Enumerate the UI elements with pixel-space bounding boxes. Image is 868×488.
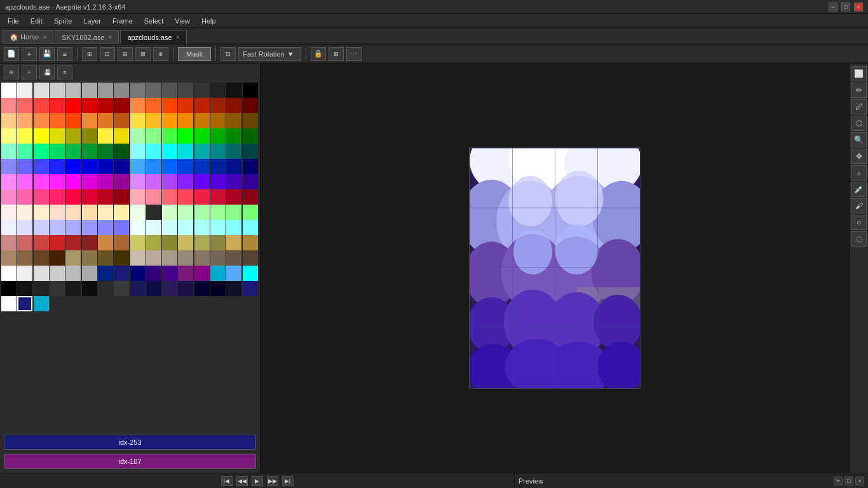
palette-cell-103[interactable] <box>114 174 129 189</box>
palette-cell-74[interactable] <box>162 144 177 159</box>
palette-cell-18[interactable] <box>34 98 49 113</box>
tool-smudge[interactable]: ◌ <box>851 231 867 247</box>
palette-cell-140[interactable] <box>194 205 210 220</box>
play-next[interactable]: ▶▶ <box>267 476 278 486</box>
tool-extra[interactable]: ⊡ <box>220 47 236 61</box>
play-play[interactable]: ▶ <box>252 476 263 486</box>
palette-cell-102[interactable] <box>98 174 113 189</box>
palette-cell-116[interactable] <box>65 189 81 205</box>
palette-cell-129[interactable] <box>17 205 32 220</box>
palette-cell-97[interactable] <box>17 174 32 189</box>
sprite-canvas[interactable] <box>469 147 641 389</box>
palette-cell-12[interactable] <box>194 83 210 98</box>
palette-cell-14[interactable] <box>226 83 241 98</box>
palette-cell-83[interactable] <box>50 159 65 174</box>
palette-cell-25[interactable] <box>146 98 161 113</box>
palette-cell-114[interactable] <box>34 189 49 205</box>
play-prev[interactable]: ◀◀ <box>236 476 248 486</box>
palette-cell-60[interactable] <box>194 128 210 144</box>
palette-cell-190[interactable] <box>226 250 241 266</box>
palette-cell-191[interactable] <box>243 250 258 266</box>
palette-cell-182[interactable] <box>98 250 113 266</box>
palette-cell-40[interactable] <box>130 113 146 128</box>
palette-cell-47[interactable] <box>243 113 258 128</box>
palette-cell-32[interactable] <box>1 113 17 128</box>
palette-cell-13[interactable] <box>210 83 226 98</box>
rotation-selector[interactable]: Fast Rotation ▼ <box>238 47 301 61</box>
palette-cell-127[interactable] <box>243 189 258 205</box>
palette-cell-76[interactable] <box>194 144 210 159</box>
palette-cell-31[interactable] <box>243 98 258 113</box>
palette-cell-149[interactable] <box>82 220 97 235</box>
palette-cell-37[interactable] <box>82 113 97 128</box>
palette-cell-161[interactable] <box>17 235 32 250</box>
palette-cell-105[interactable] <box>146 174 161 189</box>
palette-cell-46[interactable] <box>226 113 241 128</box>
palette-cell-36[interactable] <box>65 113 81 128</box>
palette-cell-195[interactable] <box>50 266 65 281</box>
tab-home-close[interactable]: × <box>43 34 46 41</box>
menu-view[interactable]: View <box>170 16 195 26</box>
palette-cell-158[interactable] <box>226 220 241 235</box>
palette-cell-15[interactable] <box>243 83 258 98</box>
palette-cell-184[interactable] <box>130 250 146 266</box>
palette-cell-207[interactable] <box>243 266 258 281</box>
palette-cell-143[interactable] <box>243 205 258 220</box>
palette-cell-5[interactable] <box>82 83 97 98</box>
palette-cell-208[interactable] <box>1 281 17 296</box>
palette-cell-217[interactable] <box>146 281 161 296</box>
palette-cell-23[interactable] <box>114 98 129 113</box>
palette-cell-0[interactable] <box>1 83 17 98</box>
preview-expand[interactable]: + <box>834 477 843 485</box>
tool-pencil[interactable]: ✏ <box>851 83 867 98</box>
palette-cell-80[interactable] <box>1 159 17 174</box>
tool-select-rect[interactable]: ⬜ <box>851 66 867 81</box>
tool-add[interactable]: + <box>22 47 37 61</box>
palette-cell-66[interactable] <box>34 144 49 159</box>
palette-cell-26[interactable] <box>162 98 177 113</box>
tab-sky1002[interactable]: SKY1002.ase × <box>55 30 119 44</box>
palette-cell-205[interactable] <box>210 266 226 281</box>
palette-cell-109[interactable] <box>210 174 226 189</box>
palette-cell-48[interactable] <box>1 128 17 144</box>
palette-cell-117[interactable] <box>82 189 97 205</box>
palette-cell-92[interactable] <box>194 159 210 174</box>
palette-cell-176[interactable] <box>1 250 17 266</box>
palette-cell-124[interactable] <box>194 189 210 205</box>
palette-cell-183[interactable] <box>114 250 129 266</box>
palette-cell-173[interactable] <box>210 235 226 250</box>
menu-file[interactable]: File <box>3 16 24 26</box>
palette-cell-91[interactable] <box>178 159 193 174</box>
palette-tool-1[interactable]: ⊕ <box>4 65 19 79</box>
palette-cell-166[interactable] <box>98 235 113 250</box>
tool-fill[interactable]: ⬦ <box>851 165 867 180</box>
palette-cell-39[interactable] <box>114 113 129 128</box>
palette-cell-125[interactable] <box>210 189 226 205</box>
play-first[interactable]: |◀ <box>221 476 233 486</box>
palette-cell-154[interactable] <box>162 220 177 235</box>
palette-cell-164[interactable] <box>65 235 81 250</box>
palette-cell-189[interactable] <box>210 250 226 266</box>
palette-cell-4[interactable] <box>65 83 81 98</box>
palette-cell-88[interactable] <box>130 159 146 174</box>
palette-cell-77[interactable] <box>210 144 226 159</box>
palette-cell-174[interactable] <box>226 235 241 250</box>
palette-cell-58[interactable] <box>162 128 177 144</box>
palette-cell-196[interactable] <box>65 266 81 281</box>
palette-cell-43[interactable] <box>178 113 193 128</box>
palette-cell-138[interactable] <box>162 205 177 220</box>
tool-eraser[interactable]: ⬡ <box>851 116 867 131</box>
palette-cell-75[interactable] <box>178 144 193 159</box>
palette-cell-221[interactable] <box>210 281 226 296</box>
palette-cell-223[interactable] <box>243 281 258 296</box>
palette-cell-82[interactable] <box>34 159 49 174</box>
palette-cell-165[interactable] <box>82 235 97 250</box>
palette-cell-197[interactable] <box>82 266 97 281</box>
palette-cell-135[interactable] <box>114 205 129 220</box>
palette-cell-44[interactable] <box>194 113 210 128</box>
palette-cell-169[interactable] <box>146 235 161 250</box>
palette-cell-41[interactable] <box>146 113 161 128</box>
background-color[interactable]: idx-187 <box>4 454 256 469</box>
palette-special-1[interactable] <box>17 296 32 311</box>
palette-cell-118[interactable] <box>98 189 113 205</box>
